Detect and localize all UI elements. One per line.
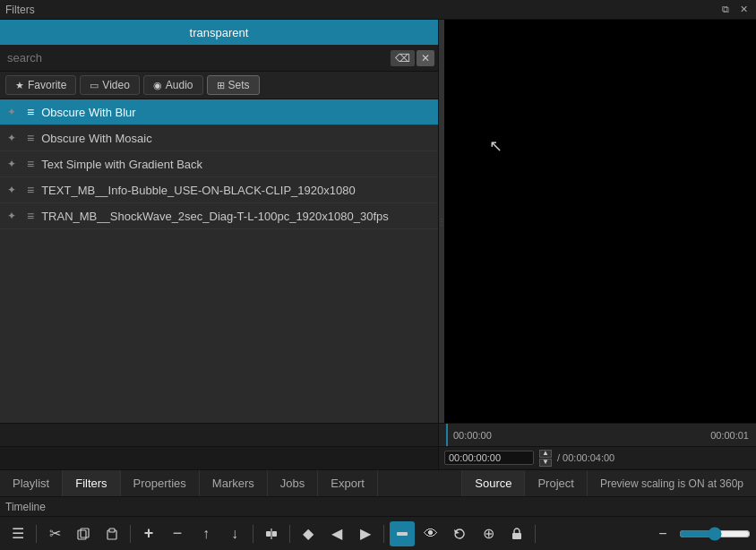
tab-export[interactable]: Export [318,470,378,496]
tab-playlist[interactable]: Playlist [0,470,63,496]
scrub-button[interactable]: 👁 [418,521,443,546]
zoom-out-button[interactable]: − [650,521,675,546]
filter-set-icon-3: ≡ [27,157,34,171]
star-icon-4: ✦ [7,184,20,196]
svg-rect-3 [109,529,115,532]
copy-button[interactable] [71,521,96,546]
search-bar: ⌫ ✕ [0,45,438,72]
transparent-label: transparent [190,26,249,39]
tab-source[interactable]: Source [461,470,524,496]
star-icon-3: ✦ [7,158,20,170]
tab-properties[interactable]: Properties [121,470,200,496]
filter-set-icon-2: ≡ [27,131,34,145]
sets-icon: ⊞ [217,80,225,91]
filter-name-2: Obscure With Mosaic [41,132,152,145]
timecode-spin-down[interactable]: ▼ [539,459,552,467]
title-bar: Filters ⧉ ✕ [0,0,756,20]
separator-3 [253,525,253,543]
paste-button[interactable] [99,521,125,546]
timecode-current-input[interactable] [444,451,534,465]
audio-icon: ◉ [153,80,162,91]
svg-rect-5 [272,531,277,537]
lock-button[interactable] [504,521,529,546]
prev-button[interactable]: ◀ [324,521,349,546]
tab-video[interactable]: ▭ Video [80,75,139,95]
filter-set-icon-4: ≡ [27,183,34,197]
preview-panel: ↖ [444,20,756,423]
cut-button[interactable]: ✂ [42,521,67,546]
close-icon[interactable]: ✕ [736,3,751,17]
filter-item-3[interactable]: ✦ ≡ Text Simple with Gradient Back [0,151,438,177]
search-clear-button[interactable]: ✕ [417,50,434,66]
preview-scaling-info: Preview scaling is ON at 360p [587,470,756,496]
filter-item-4[interactable]: ✦ ≡ TEXT_MB__Info-Bubble_USE-ON-BLACK-CL… [0,177,438,203]
tab-jobs[interactable]: Jobs [268,470,318,496]
tab-filters[interactable]: Filters [63,470,120,496]
tab-project[interactable]: Project [524,470,586,496]
tab-playlist-label: Playlist [13,477,49,490]
paste-icon [106,528,118,540]
filter-item-2[interactable]: ✦ ≡ Obscure With Mosaic [0,125,438,151]
add-button[interactable]: + [136,521,161,546]
svg-rect-8 [512,533,521,539]
timecode-spacer [0,447,439,469]
separator-5 [383,525,384,543]
separator-6 [535,525,536,543]
filter-item-5[interactable]: ✦ ≡ TRAN_MB__ShockWave_2sec_Diag-T-L-100… [0,203,438,229]
tab-audio[interactable]: ◉ Audio [143,75,203,95]
timecode-ruler: 00:00:00 00:00:01 [439,424,756,447]
filter-name-1: Obscure With Blur [41,106,135,119]
timecode-spinner: ▲ ▼ [539,450,552,467]
lock-icon [511,528,522,540]
tab-source-label: Source [475,477,511,490]
up-button[interactable]: ↑ [193,521,219,546]
timecode-start: 00:00:00 [453,430,492,441]
toolbar-zoom: − [650,521,751,546]
separator-4 [289,525,290,543]
tab-markers-label: Markers [212,477,254,490]
preview-area: ↖ [444,20,756,423]
ripple-button[interactable] [390,521,415,546]
tab-favorite[interactable]: ★ Favorite [5,75,76,95]
loop-button[interactable] [447,521,472,546]
remove-button[interactable]: − [165,521,190,546]
tab-project-label: Project [537,477,573,490]
tab-favorite-label: Favorite [28,79,66,91]
timecode-end: 00:00:01 [710,430,749,441]
search-backspace-button[interactable]: ⌫ [391,50,415,66]
copy-icon [77,528,90,540]
snap-button[interactable]: ◆ [296,521,321,546]
window-controls: ⧉ ✕ [718,3,751,17]
next-button[interactable]: ▶ [353,521,378,546]
filter-set-icon-5: ≡ [27,209,34,223]
window-title: Filters [5,4,35,16]
transparent-bar: transparent [0,20,438,45]
filter-item-1[interactable]: ✦ ≡ Obscure With Blur [0,99,438,125]
search-input[interactable] [4,49,391,66]
down-button[interactable]: ↓ [222,521,247,546]
timecode-spin-up[interactable]: ▲ [539,450,552,458]
tab-sets-label: Sets [228,79,250,91]
star-icon-2: ✦ [7,132,20,144]
timeline-label: Timeline [5,501,46,513]
loop-icon [453,528,466,540]
cursor-arrow: ↖ [489,136,503,156]
bottom-tabs: Playlist Filters Properties Markers Jobs… [0,469,756,496]
tab-markers[interactable]: Markers [200,470,268,496]
tab-filters-label: Filters [75,477,107,490]
svg-rect-7 [397,532,408,536]
filter-list: ✦ ≡ Obscure With Blur ✦ ≡ Obscure With M… [0,99,438,423]
tab-sets[interactable]: ⊞ Sets [207,75,260,95]
tab-audio-label: Audio [166,79,193,91]
restore-icon[interactable]: ⧉ [718,3,733,17]
timeline-empty-left [0,424,439,446]
zoom-slider[interactable] [679,527,751,541]
svg-rect-4 [266,531,271,537]
filter-set-icon-1: ≡ [27,105,34,119]
multi-button[interactable]: ⊕ [476,521,501,546]
filter-name-3: Text Simple with Gradient Back [41,158,202,171]
filter-name-4: TEXT_MB__Info-Bubble_USE-ON-BLACK-CLIP_1… [41,184,355,197]
menu-button[interactable]: ☰ [5,521,30,546]
split-button[interactable] [259,521,284,546]
split-icon [265,528,278,540]
